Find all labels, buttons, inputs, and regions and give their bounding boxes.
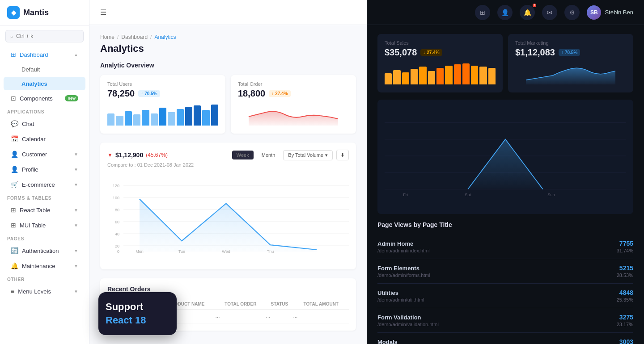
breadcrumb-dashboard[interactable]: Dashboard bbox=[121, 34, 148, 40]
pv-item-0: Admin Home /demo/admin/index.html 7755 3… bbox=[377, 235, 633, 259]
col-status: STATUS bbox=[266, 299, 293, 310]
sidebar-item-chat[interactable]: 💬 Chat bbox=[4, 117, 85, 131]
grid-icon-btn[interactable]: ⊞ bbox=[475, 5, 490, 20]
support-popup[interactable]: Support React 18 bbox=[98, 292, 177, 335]
arrow-down-sales: ↓ bbox=[423, 50, 425, 55]
menu-icon: ≡ bbox=[11, 288, 14, 295]
pv-pct-1: 28.53% bbox=[617, 273, 633, 278]
sidebar-item-dashboard-label: Dashboard bbox=[20, 51, 48, 58]
income-compare: Compare to : 01 Dec 2021-08 Jan 2022 bbox=[107, 162, 349, 168]
week-btn[interactable]: Week bbox=[232, 151, 254, 159]
pv-item-3: Form Validation /demo/admin/validation.h… bbox=[377, 308, 633, 333]
svg-text:60: 60 bbox=[115, 220, 119, 224]
user-name: Stebin Ben bbox=[605, 9, 633, 16]
notification-btn[interactable]: 🔔 1 bbox=[520, 5, 535, 20]
react-table-icon: ⊞ bbox=[11, 206, 16, 214]
chevron-down-icon-rt: ▼ bbox=[74, 208, 78, 213]
sidebar-sub-analytics[interactable]: Analytics bbox=[4, 77, 85, 90]
income-arrow-icon: ▼ bbox=[107, 152, 113, 158]
dark-income-chart-card: Fri Sat Sun bbox=[377, 100, 633, 214]
total-sales-label: Total Sales bbox=[385, 40, 496, 46]
month-btn[interactable]: Month bbox=[257, 151, 280, 159]
income-value-row: ▼ $1,12,900 (45.67%) bbox=[107, 151, 168, 159]
sidebar-item-profile[interactable]: 👤 Profile ▼ bbox=[4, 162, 85, 176]
chat-icon: 💬 bbox=[11, 120, 18, 127]
hamburger-icon[interactable]: ☰ bbox=[100, 8, 106, 17]
income-percentage: (45.67%) bbox=[146, 152, 168, 158]
other-section-label: Other bbox=[0, 273, 89, 284]
total-marketing-value: $1,12,083 bbox=[515, 47, 555, 58]
pv-item-2: Utilities /demo/admin/util.html 4848 25.… bbox=[377, 284, 633, 308]
page-views-title: Page Views by Page Title bbox=[377, 221, 633, 228]
breadcrumb: Home / Dashboard / Analytics bbox=[100, 34, 356, 40]
total-marketing-card: Total Marketing $1,12,083 ↑ 70.5% bbox=[508, 34, 633, 92]
avatar: SB bbox=[587, 5, 601, 20]
sidebar-item-customer[interactable]: 👤 Customer ▼ bbox=[4, 147, 85, 161]
chevron-down-volume: ▾ bbox=[325, 152, 328, 158]
sidebar-item-menu-levels[interactable]: ≡ Menu Levels ▼ bbox=[4, 284, 85, 298]
total-users-chart bbox=[107, 103, 218, 126]
pv-url-3: /demo/admin/validation.html bbox=[377, 322, 439, 327]
sidebar-item-components[interactable]: ⊡ Components new bbox=[4, 91, 85, 105]
pv-url-1: /demo/admin/forms.html bbox=[377, 273, 430, 278]
sidebar-item-maintenance[interactable]: 🔔 Maintenance ▼ bbox=[4, 259, 85, 273]
svg-text:Sat: Sat bbox=[465, 193, 471, 197]
support-text2: React 18 bbox=[106, 315, 169, 326]
header: ☰ ⊞ 👤 🔔 1 ✉ ⚙ SB Stebin Ben bbox=[89, 0, 644, 25]
pv-count-0: 7755 bbox=[617, 240, 633, 247]
sidebar-search[interactable]: ⌕ bbox=[5, 30, 84, 42]
sidebar-sub-default[interactable]: Default bbox=[4, 63, 85, 76]
chevron-down-icon-profile: ▼ bbox=[74, 167, 78, 172]
pv-right-0: 7755 31.74% bbox=[617, 240, 633, 253]
total-sales-chart bbox=[385, 62, 496, 84]
logo-icon: ◆ bbox=[7, 6, 20, 19]
pages-section-label: Pages bbox=[0, 233, 89, 243]
pv-right-1: 5215 28.53% bbox=[617, 264, 633, 278]
sidebar-item-calendar[interactable]: 📅 Calendar bbox=[4, 132, 85, 146]
breadcrumb-home[interactable]: Home bbox=[100, 34, 114, 40]
col-total-order: TOTAL ORDER bbox=[216, 299, 266, 310]
sidebar-item-authentication[interactable]: 🔄 Authentication ▼ bbox=[4, 243, 85, 258]
pv-left-0: Admin Home /demo/admin/index.html bbox=[377, 240, 430, 253]
user-icon-btn[interactable]: 👤 bbox=[497, 5, 513, 20]
profile-icon: 👤 bbox=[11, 166, 18, 173]
svg-text:120: 120 bbox=[113, 184, 119, 188]
sidebar-item-mui-table[interactable]: ⊞ MUI Table ▼ bbox=[4, 218, 85, 232]
volume-btn[interactable]: By Total Volume ▾ bbox=[283, 150, 333, 160]
pv-right-3: 3275 23.17% bbox=[617, 314, 633, 327]
pv-title-2: Utilities bbox=[377, 289, 424, 296]
total-users-value: 78,250 bbox=[107, 88, 135, 99]
pv-left-2: Utilities /demo/admin/util.html bbox=[377, 289, 424, 302]
chevron-down-icon-ml: ▼ bbox=[74, 289, 78, 294]
chevron-down-icon-auth: ▼ bbox=[74, 248, 78, 253]
settings-btn[interactable]: ⚙ bbox=[564, 5, 580, 20]
total-order-card: Total Order 18,800 ↓ 27.4% bbox=[231, 75, 356, 134]
pv-left-3: Form Validation /demo/admin/validation.h… bbox=[377, 314, 439, 327]
user-menu[interactable]: SB Stebin Ben bbox=[587, 5, 633, 20]
right-panel: Total Sales $35,078 ↓ 27.4% bbox=[367, 25, 644, 344]
total-order-chart bbox=[238, 103, 349, 126]
search-input[interactable] bbox=[16, 33, 79, 39]
total-users-card: Total Users 78,250 ↑ 70.5% bbox=[100, 75, 225, 134]
chevron-down-icon-maint: ▼ bbox=[74, 264, 78, 268]
svg-text:Fri: Fri bbox=[403, 193, 408, 197]
svg-text:0: 0 bbox=[117, 249, 119, 254]
sidebar-item-dashboard[interactable]: ⊞ Dashboard ▲ bbox=[4, 47, 85, 62]
sidebar-logo: ◆ Mantis bbox=[0, 0, 89, 25]
recent-orders-title: Recent Orders bbox=[107, 285, 349, 293]
pv-count-2: 4848 bbox=[617, 289, 633, 296]
pv-left-1: Form Elements /demo/admin/forms.html bbox=[377, 265, 430, 278]
pv-pct-2: 25.35% bbox=[617, 297, 633, 302]
pv-count-3: 3275 bbox=[617, 314, 633, 321]
total-sales-card: Total Sales $35,078 ↓ 27.4% bbox=[377, 34, 503, 92]
svg-text:Thu: Thu bbox=[267, 249, 274, 254]
auth-icon: 🔄 bbox=[11, 247, 18, 254]
download-btn[interactable]: ⬇ bbox=[336, 150, 349, 160]
sidebar-item-ecommerce[interactable]: 🛒 E-commerce ▼ bbox=[4, 177, 85, 192]
sidebar-item-react-table[interactable]: ⊞ React Table ▼ bbox=[4, 203, 85, 217]
income-controls: Week Month By Total Volume ▾ ⬇ bbox=[232, 150, 349, 160]
search-icon: ⌕ bbox=[10, 34, 13, 39]
mail-btn[interactable]: ✉ bbox=[542, 5, 557, 20]
pv-count-4: 3003 bbox=[617, 338, 633, 344]
total-marketing-badge: ↑ 70.5% bbox=[559, 49, 580, 56]
